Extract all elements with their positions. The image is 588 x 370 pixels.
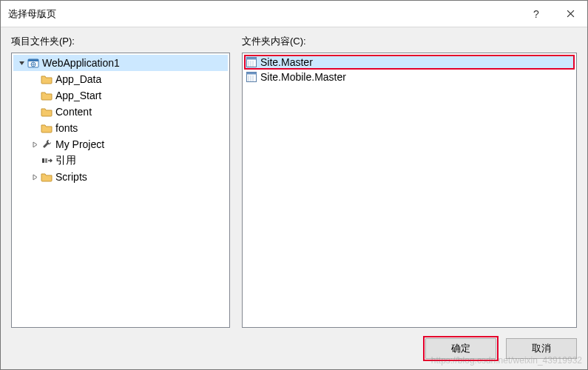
folder-contents-label: 文件夹内容(C): — [242, 35, 577, 48]
tree-item-label: WebApplication1 — [42, 57, 120, 69]
help-icon: ? — [533, 8, 539, 20]
folder-icon — [41, 90, 53, 101]
tree-item--[interactable]: 引用 — [13, 152, 228, 169]
tree-item-label: 引用 — [55, 154, 76, 167]
expander-icon[interactable] — [16, 58, 27, 68]
tree-item-scripts[interactable]: Scripts — [13, 169, 228, 185]
folder-icon — [41, 122, 53, 134]
tree-item-label: App_Start — [55, 90, 101, 101]
close-button[interactable] — [553, 1, 587, 27]
project-folder-label: 项目文件夹(P): — [11, 35, 230, 48]
help-button[interactable]: ? — [519, 1, 553, 27]
folder-contents-panel: 文件夹内容(C): Site.MasterSite.Mobile.Master — [242, 35, 577, 328]
tree-item-content[interactable]: Content — [13, 104, 228, 120]
tree-item-webapplication1[interactable]: WebApplication1 — [13, 55, 228, 71]
close-icon — [567, 10, 575, 18]
dialog-window: 选择母版页 ? 项目文件夹(P): WebApplication1App_Dat… — [0, 0, 588, 370]
window-title: 选择母版页 — [8, 7, 519, 21]
tree-item-label: fonts — [55, 122, 78, 134]
tree-item-app-data[interactable]: App_Data — [13, 71, 228, 87]
svg-rect-11 — [247, 73, 257, 75]
tree-item-label: Content — [55, 106, 92, 118]
svg-rect-3 — [42, 158, 44, 163]
project-folder-panel: 项目文件夹(P): WebApplication1App_DataApp_Sta… — [11, 35, 230, 328]
tree-item-my-project[interactable]: My Project — [13, 136, 228, 152]
folder-icon — [41, 106, 53, 118]
tree-item-label: App_Data — [55, 73, 101, 85]
svg-rect-1 — [28, 59, 38, 61]
wrench-icon — [41, 138, 53, 150]
ok-button-highlight: 确定 — [423, 336, 499, 361]
tree-item-label: Scripts — [55, 171, 87, 183]
expander-icon[interactable] — [30, 139, 40, 149]
svg-rect-4 — [45, 158, 47, 163]
tree-item-fonts[interactable]: fonts — [13, 120, 228, 136]
folder-contents-list[interactable]: Site.MasterSite.Mobile.Master — [242, 53, 577, 328]
folder-icon — [41, 171, 53, 183]
tree-item-label: My Project — [55, 138, 104, 150]
project-folder-tree[interactable]: WebApplication1App_DataApp_StartContentf… — [11, 53, 230, 328]
folder-icon — [41, 73, 53, 85]
ref-icon — [41, 155, 53, 166]
master-page-icon — [246, 56, 257, 68]
cancel-button[interactable]: 取消 — [506, 338, 577, 359]
master-page-icon — [246, 71, 257, 83]
dialog-body: 项目文件夹(P): WebApplication1App_DataApp_Sta… — [1, 27, 587, 328]
tree-item-app-start[interactable]: App_Start — [13, 87, 228, 104]
list-item-label: Site.Mobile.Master — [260, 71, 346, 83]
svg-rect-6 — [247, 58, 257, 60]
expander-icon[interactable] — [30, 172, 40, 182]
web-icon — [27, 57, 39, 69]
list-item-site-master[interactable]: Site.Master — [244, 55, 575, 70]
titlebar: 选择母版页 ? — [1, 1, 587, 27]
list-item-label: Site.Master — [260, 56, 313, 68]
list-item-site-mobile-master[interactable]: Site.Mobile.Master — [244, 70, 575, 84]
dialog-footer: 确定 取消 — [1, 328, 587, 369]
ok-button[interactable]: 确定 — [425, 338, 496, 359]
